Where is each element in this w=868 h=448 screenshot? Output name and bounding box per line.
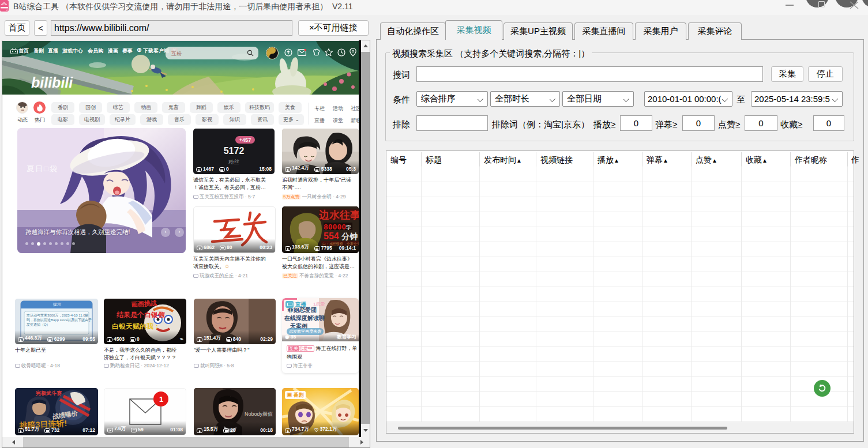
svg-text:码，再拖以用途Bapp store以及以下版由于: 码，再拖以用途Bapp store以及以下版由于: [27, 318, 92, 322]
svg-text:结果是个白银假: 结果是个白银假: [116, 311, 166, 319]
svg-text:提示: 提示: [53, 302, 61, 307]
svg-text:bilibili: bilibili: [31, 74, 73, 91]
svg-text:在线深度解读聊: 在线深度解读聊: [284, 315, 325, 321]
svg-text:完极武斗赛: 完极武斗赛: [35, 390, 62, 396]
svg-text:边水往事: 边水往事: [318, 209, 359, 221]
svg-text:白银天赋的我：: 白银天赋的我：: [112, 322, 160, 330]
svg-text:本活动与苹果3000万，2025-4-10 11:0解: 本活动与苹果3000万，2025-4-10 11:0解: [26, 313, 89, 318]
svg-text:1: 1: [159, 395, 163, 404]
svg-text:Nobody颜值: Nobody颜值: [245, 411, 273, 417]
svg-text:发奖通知（Q）: 发奖通知（Q）: [27, 322, 50, 327]
